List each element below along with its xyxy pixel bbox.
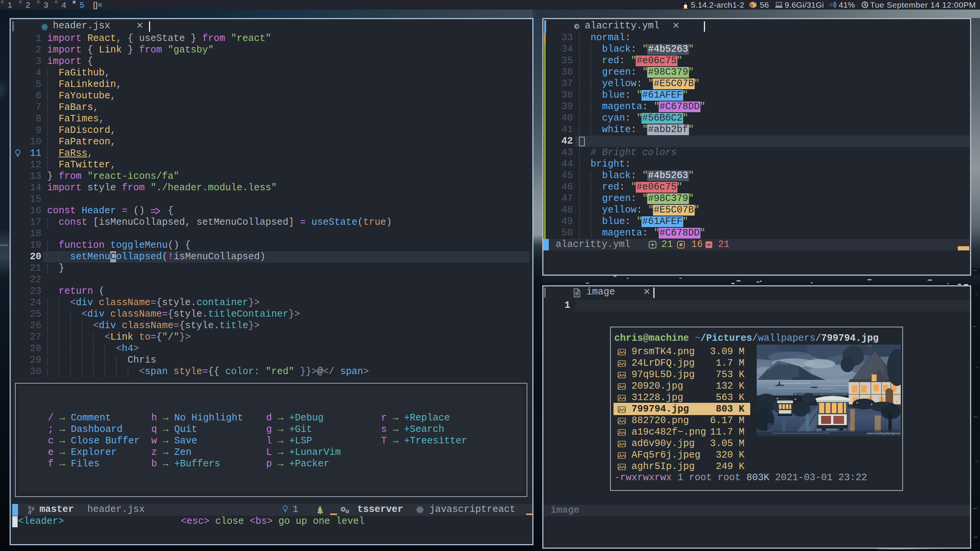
svg-text:www.DesktopBackground.org: www.DesktopBackground.org [867, 432, 901, 435]
